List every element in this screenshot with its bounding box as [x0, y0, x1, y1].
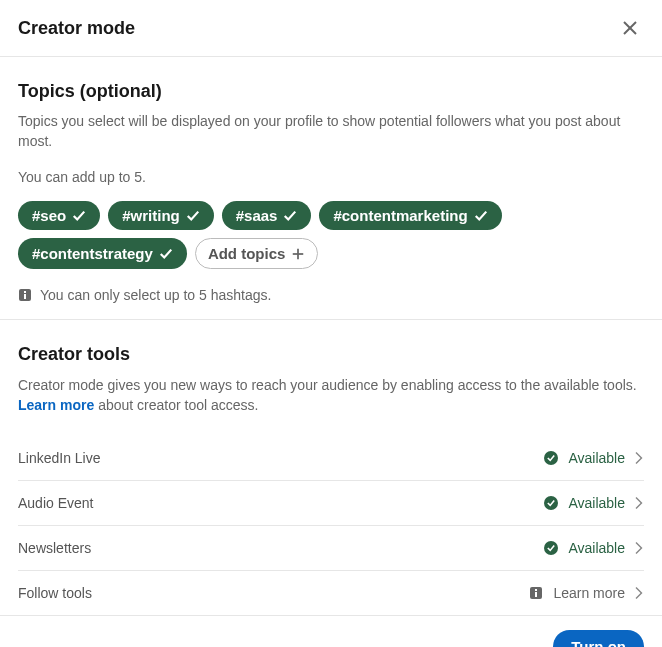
modal-footer: Turn on [0, 615, 662, 647]
tool-status-group: Available [544, 540, 644, 556]
creator-tools-title: Creator tools [18, 344, 644, 365]
creator-tools-section: Creator tools Creator mode gives you new… [0, 320, 662, 615]
modal-header: Creator mode [0, 0, 662, 57]
tool-row-follow-tools[interactable]: Follow tools Learn more [18, 571, 644, 615]
status-check-icon [544, 496, 558, 510]
topic-pill-label: #contentstrategy [32, 245, 153, 262]
plus-icon [291, 247, 305, 261]
tool-status-group: Learn more [529, 585, 644, 601]
close-button[interactable] [616, 14, 644, 42]
tool-label: Newsletters [18, 540, 91, 556]
topics-warning-text: You can only select up to 5 hashtags. [40, 287, 271, 303]
status-check-icon [544, 541, 558, 555]
tool-status: Available [568, 540, 625, 556]
topics-section: Topics (optional) Topics you select will… [0, 57, 662, 319]
topic-pill-label: #seo [32, 207, 66, 224]
check-icon [283, 209, 297, 223]
turn-on-button[interactable]: Turn on [553, 630, 644, 647]
tool-status: Available [568, 495, 625, 511]
tool-row-audio-event[interactable]: Audio Event Available [18, 481, 644, 526]
svg-rect-5 [24, 291, 26, 293]
chevron-right-icon [635, 452, 644, 464]
svg-rect-9 [535, 592, 537, 597]
tools-desc-pre: Creator mode gives you new ways to reach… [18, 377, 637, 393]
tool-label: Follow tools [18, 585, 92, 601]
tool-status-group: Available [544, 450, 644, 466]
chevron-right-icon [635, 497, 644, 509]
chevron-right-icon [635, 542, 644, 554]
tool-label: LinkedIn Live [18, 450, 101, 466]
topic-pill-contentstrategy[interactable]: #contentstrategy [18, 238, 187, 269]
topic-pill-saas[interactable]: #saas [222, 201, 312, 230]
topics-description: Topics you select will be displayed on y… [18, 112, 644, 151]
tool-label: Audio Event [18, 495, 94, 511]
tool-status-group: Available [544, 495, 644, 511]
creator-tools-description: Creator mode gives you new ways to reach… [18, 375, 644, 416]
close-icon [621, 19, 639, 37]
check-icon [72, 209, 86, 223]
topic-pill-label: #writing [122, 207, 180, 224]
svg-rect-8 [535, 589, 537, 591]
info-icon [529, 586, 543, 600]
tool-status: Available [568, 450, 625, 466]
topics-warning: You can only select up to 5 hashtags. [18, 287, 644, 303]
tool-row-linkedin-live[interactable]: LinkedIn Live Available [18, 436, 644, 481]
topic-pill-label: #saas [236, 207, 278, 224]
topics-limit-note: You can add up to 5. [18, 169, 644, 185]
modal-title: Creator mode [18, 18, 135, 39]
add-topics-label: Add topics [208, 245, 286, 262]
check-icon [159, 247, 173, 261]
add-topics-button[interactable]: Add topics [195, 238, 319, 269]
svg-rect-6 [24, 294, 26, 299]
info-icon [18, 288, 32, 302]
status-check-icon [544, 451, 558, 465]
topic-pill-label: #contentmarketing [333, 207, 467, 224]
check-icon [186, 209, 200, 223]
learn-more-link[interactable]: Learn more [18, 397, 94, 413]
topic-pill-writing[interactable]: #writing [108, 201, 214, 230]
tool-status: Learn more [553, 585, 625, 601]
topic-pill-seo[interactable]: #seo [18, 201, 100, 230]
check-icon [474, 209, 488, 223]
topics-title: Topics (optional) [18, 81, 644, 102]
tool-row-newsletters[interactable]: Newsletters Available [18, 526, 644, 571]
chevron-right-icon [635, 587, 644, 599]
topic-pills: #seo #writing #saas #contentmarketing #c… [18, 201, 644, 269]
topic-pill-contentmarketing[interactable]: #contentmarketing [319, 201, 501, 230]
tools-desc-post: about creator tool access. [94, 397, 258, 413]
